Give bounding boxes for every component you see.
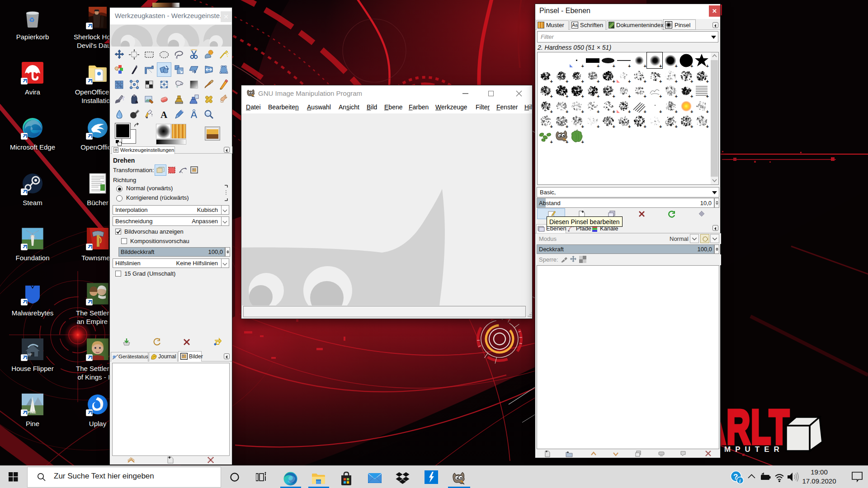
svg-text:A: A [160, 109, 168, 120]
svg-text:ⓘ: ⓘ [113, 355, 118, 359]
svg-text:MPUTER: MPUTER [724, 445, 784, 454]
svg-text:HF: HF [28, 353, 32, 356]
svg-text:♻: ♻ [29, 16, 35, 23]
svg-text:PINE: PINE [28, 410, 36, 414]
